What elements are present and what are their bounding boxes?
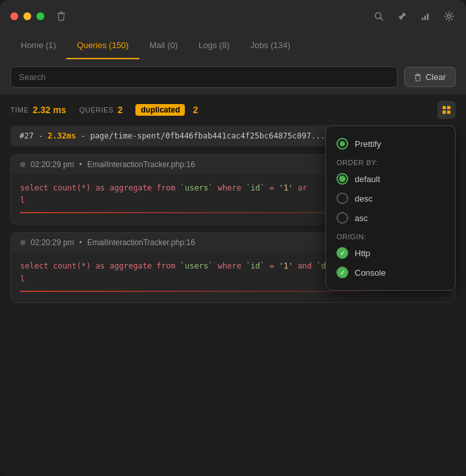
svg-rect-0 [59, 12, 63, 13]
origin-http-checkbox: ✓ [336, 247, 348, 259]
order-default-radio [336, 173, 348, 185]
prettify-option[interactable]: Prettify [326, 134, 455, 153]
sql-kw-select-1: select [20, 183, 48, 192]
query-dot-1 [20, 162, 25, 167]
sql-val-2: '1' [279, 261, 293, 271]
svg-rect-9 [415, 75, 421, 76]
sql-kw-where-1: where [218, 183, 241, 192]
order-by-label: ORDER BY: [326, 153, 455, 169]
origin-http-label: Http [355, 248, 370, 258]
tab-jobs[interactable]: Jobs (134) [240, 33, 301, 59]
svg-rect-12 [443, 111, 446, 114]
search-bar: Clear [0, 60, 466, 94]
main-window: Home (1) Queries (150) Mail (0) Logs (8)… [0, 0, 466, 476]
order-default-option[interactable]: default [326, 169, 455, 189]
query-path: page/time-spent/0fb446fbab441cac4f25bc64… [90, 131, 325, 140]
query-dot-sep-1: • [79, 160, 82, 169]
order-asc-option[interactable]: asc [326, 208, 455, 228]
svg-rect-10 [443, 106, 446, 109]
time-stat: TIME 2.32 ms [10, 105, 66, 115]
query-dot-sep-2: • [79, 238, 82, 247]
order-default-label: default [355, 174, 380, 184]
duplicated-value: 2 [193, 105, 198, 115]
sql-col-id-2: `id` [246, 261, 265, 271]
sql-kw-select-2: select [20, 261, 48, 271]
trash-small-icon [414, 73, 422, 81]
tab-logs[interactable]: Logs (8) [188, 33, 240, 59]
query-timestamp-1: 02:20:29 pm [31, 160, 74, 169]
nav-tabs: Home (1) Queries (150) Mail (0) Logs (8)… [0, 33, 466, 60]
sql-fn-count-2: count(*) [53, 261, 91, 271]
tab-mail[interactable]: Mail (0) [139, 33, 188, 59]
main-content: #27 - 2.32ms - page/time-spent/0fb446fba… [0, 126, 466, 476]
origin-console-option[interactable]: ✓ Console [326, 263, 455, 282]
order-asc-label: asc [355, 213, 368, 223]
dropdown-panel: Prettify ORDER BY: default desc asc ORIG… [325, 126, 456, 291]
origin-http-option[interactable]: ✓ Http [326, 243, 455, 263]
tab-queries[interactable]: Queries (150) [66, 33, 139, 59]
query-id: #27 - [20, 131, 48, 140]
query-time: 2.32ms [48, 131, 75, 140]
titlebar [0, 0, 466, 33]
grid-icon [442, 105, 451, 114]
prettify-radio [336, 138, 348, 150]
sql-col-id-1: `id` [246, 183, 265, 192]
svg-rect-13 [447, 111, 450, 114]
order-desc-label: desc [355, 194, 372, 204]
sql-kw-as-1: as [96, 183, 105, 192]
svg-rect-8 [416, 73, 419, 75]
titlebar-right-icons [372, 10, 456, 23]
order-desc-radio [336, 192, 348, 204]
sql-kw-and-2: and [297, 261, 312, 271]
query-timestamp-2: 02:20:29 pm [31, 238, 74, 247]
minimize-button[interactable] [23, 12, 31, 20]
svg-rect-4 [422, 18, 424, 20]
order-asc-radio [336, 212, 348, 224]
clear-button[interactable]: Clear [404, 67, 456, 87]
close-button[interactable] [10, 12, 18, 20]
svg-rect-5 [424, 16, 426, 20]
query-underline-2 [20, 291, 446, 292]
origin-console-checkbox: ✓ [336, 267, 348, 278]
query-path-separator: - [76, 131, 90, 140]
origin-console-label: Console [355, 268, 386, 278]
svg-rect-1 [57, 13, 65, 14]
titlebar-left-icons [55, 10, 68, 23]
trash-icon[interactable] [55, 10, 68, 23]
pin-icon[interactable] [396, 10, 409, 23]
origin-label: ORIGIN: [326, 228, 455, 243]
query-file-1: EmailInteractionTracker.php:16 [87, 160, 195, 169]
svg-point-7 [448, 14, 451, 18]
query-file-2: EmailInteractionTracker.php:16 [87, 238, 195, 247]
order-desc-option[interactable]: desc [326, 189, 455, 208]
sql-val-1: '1' [279, 183, 293, 192]
sql-kw-from-1: from [157, 183, 176, 192]
queries-label: QUERIES [79, 106, 114, 114]
gear-icon[interactable] [443, 10, 456, 23]
signal-icon[interactable] [419, 10, 432, 23]
sql-kw-from-2: from [157, 261, 176, 271]
tab-home[interactable]: Home (1) [10, 33, 66, 59]
time-value: 2.32 ms [33, 105, 66, 115]
svg-rect-6 [427, 14, 429, 20]
grid-view-button[interactable] [437, 101, 456, 119]
duplicated-stat: duplicated 2 [135, 104, 198, 116]
maximize-button[interactable] [36, 12, 44, 20]
queries-stat: QUERIES 2 [79, 105, 123, 115]
sql-kw-as-2: as [96, 261, 105, 271]
sql-tbl-users-2: `users` [180, 261, 213, 271]
queries-value: 2 [118, 105, 123, 115]
sql-tbl-users-1: `users` [180, 183, 213, 192]
search-input[interactable] [10, 66, 398, 88]
traffic-lights [10, 12, 44, 20]
svg-rect-11 [447, 106, 450, 109]
svg-line-3 [381, 18, 383, 20]
search-icon[interactable] [372, 10, 385, 23]
sql-kw-where-2: where [218, 261, 241, 271]
sql-fn-count-1: count(*) [53, 183, 91, 192]
time-label: TIME [10, 106, 29, 114]
stats-bar: TIME 2.32 ms QUERIES 2 duplicated 2 [0, 94, 466, 126]
query-dot-2 [20, 240, 25, 245]
prettify-label: Prettify [355, 139, 381, 149]
clear-label: Clear [426, 72, 446, 82]
